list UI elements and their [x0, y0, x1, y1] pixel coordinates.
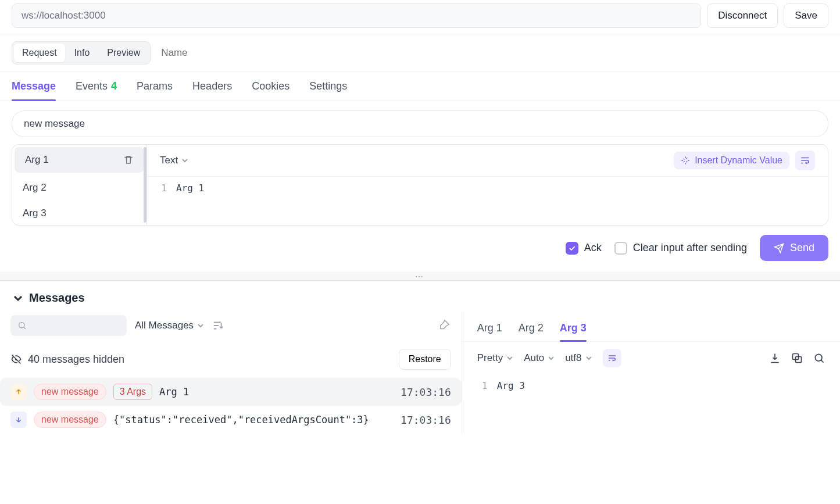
message-detail-pane: Arg 1 Arg 2 Arg 3 Pretty Auto utf8 1 Arg… — [462, 312, 840, 434]
format-dropdown[interactable]: Pretty — [477, 352, 513, 364]
search-icon[interactable] — [813, 352, 825, 364]
request-tabs: Message Events4 Params Headers Cookies S… — [0, 72, 840, 101]
arg-label: Arg 2 — [23, 182, 47, 194]
broom-icon[interactable] — [438, 319, 451, 332]
send-button[interactable]: Send — [760, 235, 828, 261]
event-tag: new message — [34, 412, 106, 428]
chevron-down-icon — [197, 322, 204, 329]
arg-item[interactable]: Arg 3 — [12, 201, 146, 225]
message-row[interactable]: new message 3 Args Arg 1 17:03:16 — [0, 378, 462, 406]
view-switcher: Request Info Preview — [12, 41, 151, 65]
response-toolbar: Pretty Auto utf8 — [462, 342, 840, 374]
message-time: 17:03:16 — [401, 386, 451, 398]
svg-point-0 — [19, 323, 24, 328]
line-number: 1 — [468, 380, 497, 391]
messages-title: Messages — [29, 291, 85, 305]
dynamic-label: Insert Dynamic Value — [695, 155, 782, 166]
code-line: Arg 3 — [497, 380, 525, 391]
restore-button[interactable]: Restore — [399, 349, 451, 370]
wrap-lines-button[interactable] — [603, 349, 621, 367]
arg-list[interactable]: Arg 1 Arg 2 Arg 3 — [12, 145, 147, 225]
tab-request[interactable]: Request — [14, 44, 65, 62]
event-tag: new message — [34, 384, 106, 400]
save-button[interactable]: Save — [784, 3, 828, 28]
line-number: 1 — [147, 183, 176, 194]
tab-params[interactable]: Params — [137, 80, 173, 101]
pretty-label: Pretty — [477, 352, 503, 364]
eye-off-icon — [10, 353, 22, 365]
arg-label: Arg 1 — [25, 154, 49, 166]
response-code[interactable]: 1 Arg 3 — [462, 374, 840, 397]
checkbox-checked-icon — [566, 242, 578, 255]
chevron-down-icon — [548, 355, 555, 362]
chevron-down-icon — [585, 355, 592, 362]
filter-label: All Messages — [135, 320, 194, 331]
checkbox-empty-icon — [614, 242, 627, 255]
insert-dynamic-value-button[interactable]: Insert Dynamic Value — [674, 152, 789, 169]
messages-list-pane: All Messages 40 messages hidden Restore … — [0, 312, 462, 434]
clear-label: Clear input after sending — [633, 242, 747, 254]
tab-cookies[interactable]: Cookies — [252, 80, 289, 101]
send-label: Send — [790, 242, 814, 254]
direction-down-icon — [10, 412, 27, 428]
chevron-down-icon — [13, 293, 23, 303]
message-body: Arg 1 Arg 2 Arg 3 Text Insert Dynamic Va… — [12, 144, 828, 226]
search-icon — [17, 321, 27, 330]
messages-filter-bar: All Messages — [0, 312, 462, 344]
arg-editor: Text Insert Dynamic Value 1 Arg 1 — [147, 145, 828, 225]
direction-up-icon — [10, 384, 27, 400]
wrap-icon — [800, 155, 810, 166]
disconnect-button[interactable]: Disconnect — [707, 3, 778, 28]
tab-headers[interactable]: Headers — [192, 80, 232, 101]
resp-tab-arg1[interactable]: Arg 1 — [477, 316, 502, 341]
message-editor: Arg 1 Arg 2 Arg 3 Text Insert Dynamic Va… — [0, 101, 840, 226]
code-line: Arg 1 — [176, 183, 204, 194]
tab-settings[interactable]: Settings — [309, 80, 347, 101]
encoding-dropdown[interactable]: utf8 — [565, 352, 592, 364]
ack-label: Ack — [584, 242, 602, 254]
sparkle-icon — [681, 156, 690, 165]
download-icon[interactable] — [769, 352, 781, 364]
mode-dropdown[interactable]: Auto — [524, 352, 555, 364]
clear-input-checkbox[interactable]: Clear input after sending — [614, 242, 747, 255]
arg-item[interactable]: Arg 2 — [12, 175, 146, 201]
resp-tab-arg3[interactable]: Arg 3 — [560, 316, 587, 341]
pane-resize-handle[interactable]: ⋯ — [0, 273, 840, 281]
content-type-label: Text — [160, 155, 178, 166]
messages-filter-dropdown[interactable]: All Messages — [135, 320, 204, 331]
code-area[interactable]: 1 Arg 1 — [147, 177, 828, 199]
messages-search[interactable] — [10, 315, 127, 336]
arg-label: Arg 3 — [23, 208, 47, 219]
hidden-count: 40 messages hidden — [28, 353, 124, 366]
chevron-down-icon — [181, 157, 188, 164]
svg-point-3 — [815, 354, 822, 361]
events-count-badge: 4 — [111, 80, 117, 92]
ack-checkbox[interactable]: Ack — [566, 242, 602, 255]
message-name-input[interactable] — [12, 110, 828, 137]
request-name-input[interactable] — [158, 44, 288, 62]
top-bar: Disconnect Save — [0, 0, 840, 34]
resp-tab-arg2[interactable]: Arg 2 — [519, 316, 544, 341]
messages-header[interactable]: Messages — [0, 281, 840, 312]
url-input[interactable] — [12, 3, 701, 28]
message-time: 17:03:16 — [401, 414, 451, 426]
trash-icon[interactable] — [123, 155, 134, 165]
wrap-lines-button[interactable] — [795, 151, 815, 170]
editor-header: Text Insert Dynamic Value — [147, 145, 828, 177]
arg-item[interactable]: Arg 1 — [15, 147, 144, 173]
messages-panes: All Messages 40 messages hidden Restore … — [0, 312, 840, 434]
chevron-down-icon — [506, 355, 513, 362]
copy-icon[interactable] — [791, 352, 803, 364]
tab-info[interactable]: Info — [66, 44, 98, 62]
hidden-messages-row: 40 messages hidden Restore — [0, 344, 462, 378]
message-row[interactable]: new message {"status":"received","receiv… — [0, 406, 462, 434]
message-body: Arg 1 — [159, 386, 189, 398]
tab-preview[interactable]: Preview — [99, 44, 148, 62]
send-icon — [774, 243, 784, 253]
sort-icon[interactable] — [212, 319, 225, 332]
content-type-dropdown[interactable]: Text — [160, 155, 188, 166]
message-body: {"status":"received","receivedArgsCount"… — [113, 414, 369, 426]
encoding-label: utf8 — [565, 352, 581, 364]
tab-message[interactable]: Message — [12, 80, 56, 101]
tab-events[interactable]: Events4 — [76, 80, 117, 101]
